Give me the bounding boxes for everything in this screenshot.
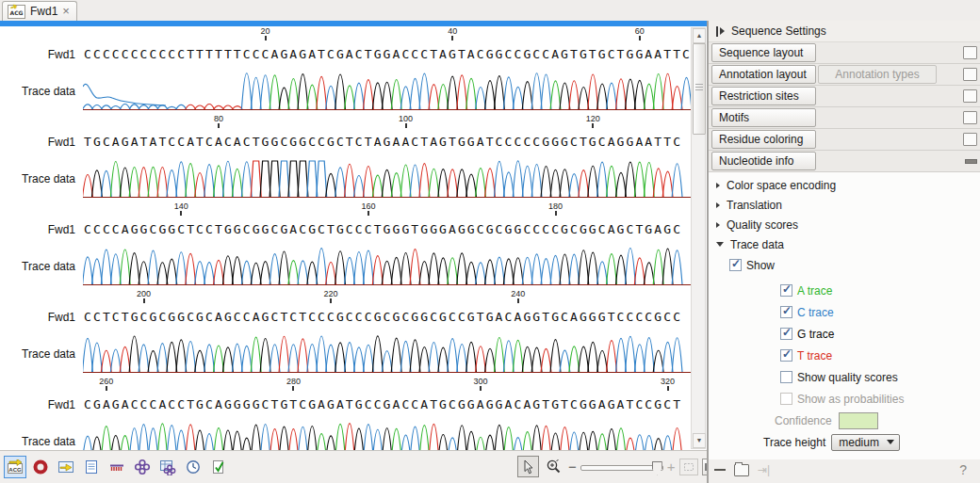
palette-icon[interactable] [963, 68, 977, 81]
collapse-section-icon[interactable] [965, 159, 977, 164]
trace-label: A trace [797, 284, 832, 298]
a-trace-row[interactable]: A trace [709, 280, 980, 301]
c-trace-row[interactable]: C trace [709, 301, 980, 323]
tab-close-icon[interactable]: × [62, 7, 70, 16]
chromatogram-trace [83, 418, 692, 450]
trace-data-row-label: Trace data [0, 85, 75, 98]
collapse-all-icon[interactable] [714, 469, 726, 471]
sequence-row: 260280300320Fwd1CGAGACCCACCTGCAGGGGCTGTC… [0, 377, 692, 450]
circular-view-icon[interactable] [29, 456, 52, 478]
sequence-text[interactable]: TGCAGATATCCATCACACTGGCGGCCGCTCTAGAACTAGT… [83, 135, 681, 152]
sequence-text[interactable]: CGAGACCCACCTGCAGGGGCTGTCGAGATGCCGACCATGC… [83, 397, 681, 414]
trace-checkbox[interactable] [780, 328, 792, 340]
history-view-icon[interactable] [182, 456, 204, 478]
sequence-settings-header[interactable]: Sequence Settings [709, 21, 980, 42]
palette-icon[interactable] [963, 133, 977, 146]
element-info-view-icon[interactable] [207, 456, 230, 478]
show-quality-scores-checkbox[interactable] [780, 371, 792, 383]
trace-data-row-label: Trace data [0, 172, 75, 185]
save-settings-icon[interactable] [734, 464, 749, 476]
section-button[interactable]: Residue coloring [711, 130, 816, 149]
text-view-icon[interactable] [80, 456, 103, 478]
collapse-panel-icon[interactable] [716, 26, 725, 37]
show-quality-scores-row[interactable]: Show quality scores [709, 366, 980, 388]
sequence-view-icon[interactable]: ACG [4, 456, 26, 478]
sequence-settings-panel: Sequence Settings Sequence layoutAnnotat… [709, 21, 980, 459]
zoom-slider[interactable] [580, 460, 663, 474]
sequence-text[interactable]: CCCCCCCCCCCTTTTTTCCCAGAGATCGACTGGACCCTAG… [83, 47, 691, 64]
annotation-table-view-icon[interactable] [55, 456, 77, 478]
section-button[interactable]: Restriction sites [711, 87, 816, 105]
chromatogram-trace [83, 155, 692, 201]
settings-section-nucleotide-info: Nucleotide info [709, 151, 980, 172]
nucleotide-info-content: Color space encodingTranslationQuality s… [709, 172, 980, 459]
help-icon[interactable]: ? [959, 462, 967, 477]
settings-section-residue-coloring: Residue coloring [709, 129, 980, 151]
annotation-table-flower-view-icon[interactable] [156, 456, 179, 478]
sequence-name-label: Fwd1 [0, 136, 75, 149]
tab-bar: ACG Fwd1 × [0, 0, 980, 22]
settings-section-sequence-layout: Sequence layout [709, 42, 980, 64]
section-button[interactable]: Motifs [711, 108, 816, 127]
scrollbar-thumb[interactable] [693, 43, 706, 135]
tree-item-quality-scores[interactable]: Quality scores [709, 215, 980, 234]
sequence-row: 140160180Fwd1CCCCAGGCGGCTCCTGGCGGCGACGCT… [0, 201, 692, 289]
collapsed-arrow-icon [716, 202, 720, 208]
palette-icon[interactable] [963, 89, 977, 103]
zoom-in-tool-icon[interactable] [543, 456, 564, 477]
palette-icon[interactable] [963, 111, 977, 124]
expanded-arrow-icon [716, 242, 724, 247]
trace-data-row-label: Trace data [0, 435, 75, 448]
chromatogram-trace [83, 243, 692, 289]
zoom-out-minus[interactable]: − [568, 462, 577, 472]
confidence-label: Confidence [775, 414, 832, 427]
zoom-slider-handle[interactable] [652, 461, 662, 475]
trace-checkbox[interactable] [780, 349, 792, 362]
sequence-rows: 204060Fwd1CCCCCCCCCCCTTTTTTCCCAGAGATCGAC… [0, 26, 708, 450]
sequence-text[interactable]: CCTCTGCGCGGCGCAGCCAGCTCTCCCGCCCGCGCGGCGC… [83, 310, 681, 327]
confidence-color-swatch[interactable] [839, 412, 878, 429]
settings-sections: Sequence layoutAnnotation layoutAnnotati… [709, 42, 980, 172]
settings-section-motifs: Motifs [709, 107, 980, 129]
zoom-slider-track[interactable] [580, 465, 663, 471]
section-button[interactable]: Annotation layout [711, 65, 816, 84]
position-ruler: 140160180 [83, 201, 692, 222]
section-button-disabled: Annotation types [818, 65, 937, 84]
ruler-tick: 320 [649, 377, 687, 391]
show-label: Show [746, 259, 775, 272]
svg-text:ACG: ACG [8, 467, 22, 473]
show-checkbox[interactable] [729, 259, 742, 271]
ruler-tick: 40 [433, 26, 471, 40]
ruler-tick: 200 [125, 289, 163, 303]
scroll-up-icon[interactable]: ▲ [693, 28, 706, 43]
chromatogram-trace [83, 68, 692, 114]
position-ruler: 260280300320 [83, 377, 692, 397]
g-trace-row[interactable]: G trace [709, 323, 980, 345]
sequence-text[interactable]: CCCCAGGCGGCTCCTGGCGGCGACGCTGCCCTGGGTGGGA… [83, 222, 681, 239]
trace-data-group[interactable]: Trace data [709, 234, 980, 254]
ruler-tick: 160 [350, 201, 387, 216]
cursor-tool-icon[interactable] [517, 456, 539, 477]
ruler-tick: 300 [462, 377, 499, 391]
tree-item-color-space-encoding[interactable]: Color space encoding [709, 175, 980, 195]
scroll-down-icon[interactable]: ▼ [693, 433, 706, 448]
trace-height-dropdown[interactable]: medium [831, 434, 900, 451]
sidebar-bottom-bar: ⇥| ? [709, 459, 980, 483]
vertical-scrollbar[interactable]: ▲ ▼ [691, 27, 706, 449]
section-button[interactable]: Nucleotide info [711, 152, 816, 170]
t-trace-row[interactable]: T trace [709, 345, 980, 366]
sequence-trace-view[interactable]: 204060Fwd1CCCCCCCCCCCTTTTTTCCCAGAGATCGAC… [0, 26, 708, 450]
ruler-tick: 20 [247, 26, 285, 40]
ruler-tick: 280 [274, 377, 312, 391]
zoom-in-plus[interactable]: + [667, 462, 676, 472]
cloverleaf-view-icon[interactable] [131, 456, 154, 478]
trace-checkbox[interactable] [780, 306, 792, 318]
trace-checkbox[interactable] [780, 284, 792, 297]
position-ruler: 204060 [83, 26, 692, 47]
tab-fwd1[interactable]: ACG Fwd1 × [2, 1, 77, 21]
show-trace-checkbox-row[interactable]: Show [709, 254, 980, 276]
restriction-map-view-icon[interactable] [106, 456, 128, 478]
section-button[interactable]: Sequence layout [711, 43, 816, 62]
tree-item-translation[interactable]: Translation [709, 195, 980, 215]
palette-icon[interactable] [963, 46, 977, 59]
